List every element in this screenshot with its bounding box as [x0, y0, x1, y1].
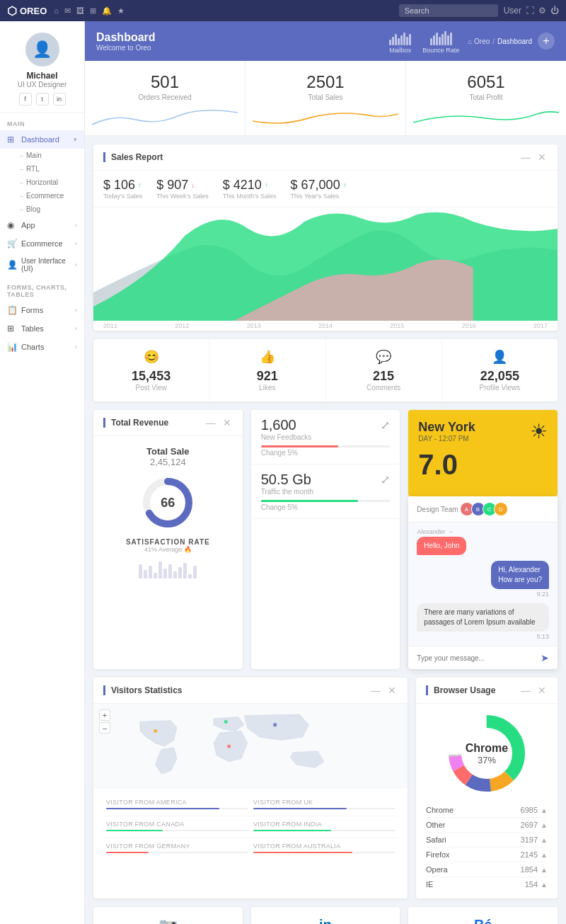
image-icon[interactable]: 🖼 — [76, 6, 84, 15]
social-icon-3[interactable]: in — [53, 93, 66, 105]
sidebar-subitem-main[interactable]: Main — [0, 149, 84, 162]
profile-role: UI UX Designer — [6, 81, 79, 89]
social-links: f t in — [6, 93, 79, 105]
minimize-button[interactable]: — — [519, 152, 532, 163]
chevron-right-icon5: › — [75, 325, 77, 332]
sidebar-subitem-horizontal[interactable]: Horizontal — [0, 176, 84, 189]
chat-input[interactable] — [417, 654, 536, 662]
stat-card-sales: 2501 Total Sales — [246, 61, 406, 135]
revenue-minimize[interactable]: — — [204, 417, 217, 428]
expand-icon[interactable]: ⛶ — [526, 6, 534, 16]
power-icon[interactable]: ⏻ — [550, 6, 559, 16]
close-button[interactable]: ✕ — [536, 152, 548, 163]
chat-time-1: 9:21 — [491, 591, 549, 598]
browser-item-chrome: Chrome 6985 ▲ — [426, 803, 548, 818]
visitors-minimize[interactable]: — — [369, 685, 382, 696]
stat-card-profit: 6051 Total Profit — [406, 61, 566, 135]
sales-metric-month: $ 4210 ↑ This Month's Sales — [223, 178, 277, 200]
sales-label: Total Sales — [253, 93, 398, 101]
zoom-in-button[interactable]: + — [99, 709, 110, 721]
sidebar-subitem-ecommerce[interactable]: Ecommerce — [0, 189, 84, 203]
feedback-label-1: New Feedbacks — [261, 433, 391, 441]
expand-icon-feedback2[interactable]: ⤢ — [381, 473, 390, 486]
page-title: Dashboard — [96, 31, 389, 44]
chat-icon: 💬 — [332, 349, 436, 365]
visitors-close[interactable]: ✕ — [386, 685, 398, 696]
sidebar-subitem-blog[interactable]: Blog — [0, 203, 84, 216]
chat-send-button[interactable]: ➤ — [541, 652, 549, 663]
visitors-browser-row: Visitors Statistics — ✕ + – — [93, 678, 558, 899]
social-stat-likes: 👍 921 Likes — [209, 339, 325, 401]
profit-label: Total Profit — [413, 93, 559, 101]
brand-logo: ⬡ OREO — [7, 4, 47, 18]
settings-icon[interactable]: ⚙ — [538, 6, 546, 16]
mailbox-stat: Mailbox — [389, 28, 411, 54]
browser-item-ie: IE 154 ▲ — [426, 877, 548, 891]
sales-report-widget: Sales Report — ✕ $ 106 ↑ Today's Sales — [93, 144, 558, 331]
sidebar-item-ui[interactable]: 👤 User Interface (UI) › — [0, 253, 84, 277]
feedback-item-2: 50.5 Gb ⤢ Traffic the month Change 5% — [251, 464, 400, 519]
revenue-close[interactable]: ✕ — [221, 417, 233, 428]
behance-follow-card: Bé Project 121 — [408, 907, 558, 924]
visitor-stats-grid: VISITOR FROM AMERICA VISITOR FROM UK VIS… — [93, 789, 408, 865]
mini-bar-chart — [103, 557, 233, 578]
browser-minimize[interactable]: — — [519, 685, 532, 696]
add-button[interactable]: + — [538, 33, 555, 50]
thumbsup-icon: 👍 — [215, 349, 319, 365]
social-stat-postview: 😊 15,453 Post View — [93, 339, 209, 401]
browser-name-firefox: Firefox — [426, 850, 502, 859]
sidebar-item-app[interactable]: ◉ App › — [0, 216, 84, 234]
search-input[interactable] — [399, 4, 498, 17]
visitor-stat-uk: VISITOR FROM UK — [250, 794, 398, 816]
orders-sparkline — [92, 107, 238, 128]
ny-city: New York — [418, 420, 475, 435]
revenue-feedback-row: Total Revenue — ✕ Total Sale 2,45,124 — [93, 410, 558, 669]
expand-icon-feedback[interactable]: ⤢ — [381, 418, 390, 432]
browser-val-firefox: 2145 — [502, 850, 538, 859]
mail-icon[interactable]: ✉ — [64, 6, 71, 16]
chat-team-label: Design Team — [417, 506, 458, 513]
browser-actions: — ✕ — [519, 685, 548, 696]
sidebar-subitem-rtl[interactable]: RTL — [0, 162, 84, 176]
visitors-title: Visitors Statistics — [103, 685, 369, 695]
header-stats: Mailbox Bounce Rate — [389, 28, 459, 54]
twitter-icon[interactable]: t — [36, 93, 49, 105]
profileviews-num: 22,055 — [448, 369, 552, 384]
user-label: User — [504, 6, 521, 16]
satisfaction-label: SATISFACTION RATE — [103, 538, 233, 546]
main-section-label: MAIN — [0, 113, 84, 130]
map-controls: + – — [99, 709, 110, 734]
chevron-right-icon4: › — [75, 307, 77, 314]
chat-avatar-4: D — [494, 502, 508, 516]
widget-actions: — ✕ — [519, 152, 548, 163]
chat-messages: Alexander → Hello, John Hi, AlexanderHow… — [417, 528, 549, 640]
sidebar-item-tables[interactable]: ⊞ Tables › — [0, 319, 84, 338]
star-icon[interactable]: ★ — [117, 6, 125, 16]
dashboard-icon: ⊞ — [7, 135, 17, 144]
today-sales-value: $ 106 — [103, 178, 135, 193]
sidebar-item-ecommerce[interactable]: 🛒 Ecommerce › — [0, 234, 84, 253]
zoom-out-button[interactable]: – — [99, 722, 110, 734]
breadcrumb-home[interactable]: ⌂ Oreo — [468, 38, 490, 45]
sales-sparkline — [253, 107, 398, 128]
likes-num: 921 — [215, 369, 319, 384]
chevron-right-icon: › — [75, 222, 77, 229]
home-icon[interactable]: ⌂ — [54, 6, 59, 15]
bell-icon[interactable]: 🔔 — [102, 6, 112, 16]
total-sale-title: Total Sale — [103, 446, 233, 457]
sidebar-item-charts[interactable]: 📊 Charts › — [0, 338, 84, 356]
week-trend-icon: ↓ — [191, 181, 195, 189]
revenue-body: Total Sale 2,45,124 66 SATISFACTION RATE… — [93, 436, 243, 588]
facebook-icon[interactable]: f — [19, 93, 32, 105]
grid-icon[interactable]: ⊞ — [90, 6, 96, 16]
profile-name: Michael — [6, 71, 79, 81]
browser-val-safari: 3197 — [502, 835, 538, 844]
svg-point-4 — [273, 723, 277, 726]
header-subtitle: Welcome to Oreo — [96, 44, 389, 52]
social-follow-row: 📷 Followers 231 in Followers 2510 Bé Pro… — [93, 907, 558, 924]
sidebar-item-dashboard[interactable]: ⊞ Dashboard ▾ — [0, 130, 84, 149]
sidebar-item-forms[interactable]: 📋 Forms › — [0, 301, 84, 319]
feedback-label-2: Traffic the month — [261, 488, 391, 496]
browser-close[interactable]: ✕ — [536, 685, 548, 696]
bounce-stat: Bounce Rate — [422, 28, 459, 54]
